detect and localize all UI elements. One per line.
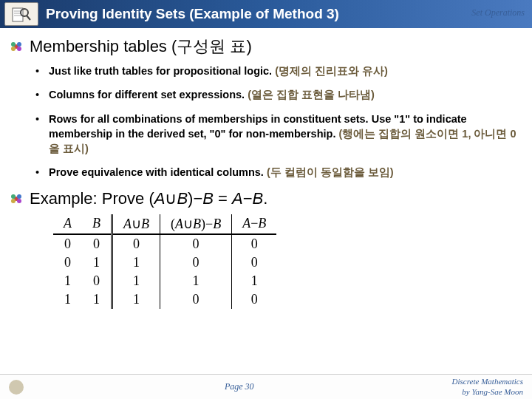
bullet-1-kor: (명제의 진리표와 유사) [275,65,388,77]
bullet-4-kor: (두 컬럼이 동일함을 보임) [267,166,394,178]
bullet-2-main: Columns for different set expressions. [49,89,248,100]
bullet-1-text: Just like truth tables for propositional… [49,64,519,78]
cell: 0 [53,234,82,253]
svg-point-9 [11,47,16,51]
col-B: B [82,214,112,234]
h2-dot: . [263,189,267,208]
cell: 0 [53,253,82,272]
university-badge-icon [9,380,24,395]
section-heading-1: Membership tables (구성원 표) [9,35,519,58]
header-section-label: Set Operations [471,7,525,18]
cell: 0 [112,234,160,253]
svg-line-5 [27,16,30,20]
svg-point-13 [17,194,21,199]
footer-credit-1: Discrete Mathematics [452,377,523,386]
title-icon [4,2,38,26]
footer-credit: Discrete Mathematics by Yang-Sae Moon [452,377,523,396]
bullet-4-text: Prove equivalence with identical columns… [49,165,519,180]
cell: 0 [82,272,112,290]
cell: 1 [82,290,112,309]
cell: 1 [232,272,277,290]
bullet-2-text: Columns for different set expressions. (… [49,87,519,102]
bullet-2-kor: (열은 집합 표현을 나타냄) [248,89,375,100]
title-bar: Proving Identity Sets (Example of Method… [0,0,532,28]
bullet-1-main: Just like truth tables for propositional… [49,65,275,77]
bullet-dot-icon: • [35,165,49,180]
table-row: 0 0 0 0 0 [53,234,276,253]
cell: 0 [232,234,277,253]
col-AmB: A−B [232,214,277,234]
list-item: • Columns for different set expressions.… [35,87,519,102]
cell: 0 [82,234,112,253]
h2-A2: A [232,189,243,208]
svg-point-10 [17,47,21,51]
list-item: • Rows for all combinations of membershi… [35,112,519,157]
bullet-dot-icon: • [35,64,49,78]
cell: 1 [82,253,112,272]
col-A: A [53,214,82,234]
h2-m1: )− [188,189,202,208]
svg-point-14 [11,199,16,203]
list-item: • Just like truth tables for proposition… [35,64,519,78]
cell: 1 [112,253,160,272]
cell: 0 [232,253,277,272]
h2-cup: ∪ [165,189,177,208]
flower-bullet-icon [9,192,24,205]
cell: 0 [232,290,277,309]
cell: 1 [160,272,232,290]
h2-B1: B [177,189,188,208]
svg-point-15 [17,199,21,203]
table-header-row: A B A∪B (A∪B)−B A−B [53,214,276,234]
cell: 0 [160,253,232,272]
section-heading-2: Example: Prove (A∪B)−B = A−B. [9,189,519,208]
bullet-list: • Just like truth tables for proposition… [35,64,519,180]
bullet-dot-icon: • [35,87,49,102]
cell: 1 [112,290,160,309]
svg-point-8 [17,42,21,47]
slide-title: Proving Identity Sets (Example of Method… [46,6,339,22]
flower-bullet-icon [9,40,24,53]
heading-1-text: Membership tables (구성원 표) [30,35,252,58]
col-AuB: A∪B [112,214,160,234]
table-row: 1 1 1 0 0 [53,290,276,309]
page-number: Page 30 [225,381,254,392]
cell: 1 [53,290,82,309]
h2-B3: B [253,189,264,208]
cell: 1 [53,272,82,290]
heading-2-text: Example: Prove (A∪B)−B = A−B. [30,189,267,208]
footer: Page 30 Discrete Mathematics by Yang-Sae… [0,374,532,399]
footer-credit-2: by Yang-Sae Moon [452,387,523,397]
footer-logo [9,380,27,395]
cell: 1 [112,272,160,290]
h2-eq: = [214,189,232,208]
table-row: 0 1 1 0 0 [53,253,276,272]
h2-minus: − [243,189,253,208]
svg-point-12 [11,194,16,199]
membership-table: A B A∪B (A∪B)−B A−B 0 0 0 0 0 [53,214,276,309]
svg-point-7 [11,42,16,47]
content-area: Membership tables (구성원 표) • Just like tr… [0,28,532,309]
bullet-3-text: Rows for all combinations of memberships… [49,112,519,157]
h2-B2: B [202,189,214,208]
h2-pre: Example: Prove ( [30,189,154,208]
col-AuBmB: (A∪B)−B [160,214,232,234]
cell: 0 [160,290,232,309]
cell: 0 [160,234,232,253]
search-doc-icon [11,5,32,23]
table-row: 1 0 1 1 1 [53,272,276,290]
bullet-dot-icon: • [35,112,49,157]
list-item: • Prove equivalence with identical colum… [35,165,519,180]
h2-A1: A [154,189,166,208]
table-body: 0 0 0 0 0 0 1 1 0 0 1 0 1 1 1 1 [53,234,276,309]
bullet-4-main: Prove equivalence with identical columns… [49,166,267,178]
